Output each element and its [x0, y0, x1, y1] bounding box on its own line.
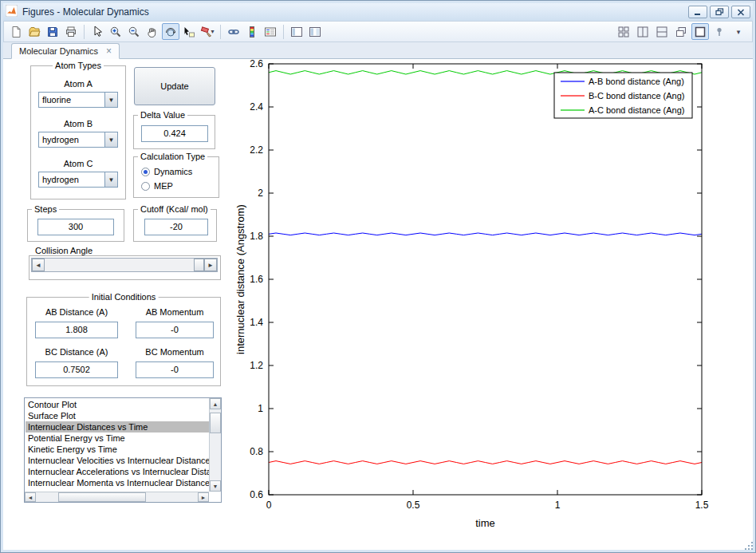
list-item[interactable]: Surface Plot [26, 410, 209, 421]
pan-hand-icon [146, 26, 159, 38]
atom-a-value: fluorine [39, 93, 104, 107]
scroll-up-icon[interactable]: ▲ [210, 398, 221, 409]
data-cursor-button[interactable] [180, 23, 198, 40]
scroll-left-icon[interactable]: ◄ [25, 492, 36, 502]
listbox-horizontal-scrollbar[interactable]: ◄ ► [25, 492, 209, 502]
x-tick-label: 0 [266, 500, 272, 511]
resize-grip-icon[interactable] [743, 540, 754, 551]
list-item[interactable]: Internuclear Momenta vs Internuclear Dis… [26, 477, 209, 488]
ab-distance-field[interactable]: 1.808 [35, 322, 118, 338]
data-cursor-icon [183, 26, 195, 38]
radio-option-mep[interactable]: MEP [141, 181, 173, 191]
scroll-down-icon[interactable]: ▼ [210, 480, 221, 492]
collision-angle-slider[interactable]: ◄ ► [31, 258, 218, 272]
chevron-down-icon[interactable]: ▼ [104, 172, 117, 187]
chevron-down-icon[interactable]: ▼ [104, 93, 117, 107]
float-icon [675, 26, 687, 38]
print-icon [65, 26, 77, 38]
pin-button[interactable] [711, 23, 728, 40]
scroll-right-icon[interactable]: ► [198, 492, 209, 502]
legend-entry-label: A-C bond distance (Ang) [589, 105, 684, 115]
bc-distance-label: BC Distance (A) [35, 347, 118, 357]
y-tick-label: 1.8 [250, 231, 263, 242]
figure-content: Atom Types Atom A fluorine ▼ Atom B hydr… [3, 59, 753, 550]
atom-b-select[interactable]: hydrogen ▼ [38, 132, 118, 148]
list-item[interactable]: Internuclear Velocities vs Internuclear … [26, 455, 209, 466]
link-plot-button[interactable] [225, 23, 242, 40]
slider-thumb[interactable] [194, 259, 204, 271]
list-item[interactable]: Internuclear Distances vs Time [26, 421, 209, 433]
legend-entry-label: B-C bond distance (Ang) [589, 91, 684, 101]
plot-canvas[interactable]: 00.511.50.60.811.21.41.61.822.22.42.6tim… [234, 59, 753, 550]
insert-legend-button[interactable] [262, 23, 279, 40]
bc-distance-field[interactable]: 0.7502 [35, 361, 118, 378]
y-tick-label: 1 [258, 403, 263, 414]
new-figure-button[interactable] [7, 23, 25, 40]
atom-a-select[interactable]: fluorine ▼ [38, 92, 118, 108]
split-left-right-button[interactable] [634, 23, 652, 40]
zoom-in-button[interactable] [107, 23, 124, 40]
slider-left-arrow-icon[interactable]: ◄ [32, 259, 45, 271]
ab-momentum-field[interactable]: -0 [136, 322, 214, 338]
rotate-3d-icon [164, 26, 177, 38]
brush-dropdown-icon[interactable]: ▾ [211, 28, 214, 35]
vscroll-thumb[interactable] [210, 413, 221, 433]
list-item[interactable]: Kinetic Energy vs Time [26, 444, 209, 455]
link-icon [227, 26, 240, 38]
save-figure-button[interactable] [44, 23, 61, 40]
brush-data-button[interactable]: ▾ [199, 23, 216, 40]
delta-value-field[interactable]: 0.424 [141, 125, 208, 142]
atom-types-group: Atom Types Atom A fluorine ▼ Atom B hydr… [30, 65, 126, 199]
new-file-icon [10, 26, 22, 38]
edit-plot-button[interactable] [89, 23, 106, 40]
y-tick-label: 0.6 [250, 489, 263, 500]
steps-field[interactable]: 300 [37, 219, 114, 235]
insert-colorbar-button[interactable] [243, 23, 261, 40]
minimize-button[interactable] [688, 6, 707, 18]
legend-icon [264, 26, 277, 38]
chevron-down-icon[interactable]: ▼ [104, 132, 117, 147]
more-options-button[interactable]: ▾ [730, 23, 747, 40]
slider-right-arrow-icon[interactable]: ► [204, 259, 217, 271]
float-window-button[interactable] [672, 23, 690, 40]
plot-type-listbox[interactable]: Contour PlotSurface PlotInternuclear Dis… [24, 397, 222, 503]
pan-button[interactable] [144, 23, 161, 40]
save-icon [46, 26, 59, 38]
bc-momentum-label: BC Momentum [136, 347, 214, 357]
maximize-icon [695, 26, 706, 38]
maximize-window-button[interactable] [691, 23, 709, 40]
radio-icon [141, 168, 150, 176]
list-item[interactable]: Contour Plot [26, 399, 209, 410]
y-tick-label: 2.2 [250, 144, 263, 156]
figure-toolbar: ▾ ▾ [3, 21, 753, 42]
rotate-3d-button[interactable] [162, 23, 179, 40]
list-item[interactable]: Potential Energy vs Time [26, 433, 209, 444]
list-item[interactable]: Internuclear Accelerations vs Internucle… [26, 466, 209, 477]
x-tick-label: 1.5 [695, 500, 709, 511]
bc-momentum-field[interactable]: -0 [136, 361, 214, 378]
y-tick-label: 1.6 [250, 274, 263, 285]
atom-c-select[interactable]: hydrogen ▼ [38, 172, 118, 188]
show-plot-tools-button[interactable] [306, 23, 324, 40]
zoom-out-button[interactable] [125, 23, 143, 40]
split-top-bottom-button[interactable] [653, 23, 671, 40]
hscroll-track[interactable] [36, 492, 198, 502]
listbox-vertical-scrollbar[interactable]: ▲ ▼ [209, 398, 221, 492]
hide-plot-tools-button[interactable] [288, 23, 305, 40]
tab-close-icon[interactable]: × [106, 46, 112, 56]
update-button[interactable]: Update [134, 67, 215, 105]
vscroll-track[interactable] [210, 409, 221, 480]
print-figure-button[interactable] [62, 23, 80, 40]
restore-button[interactable] [710, 6, 729, 18]
collision-angle-label: Collision Angle [35, 246, 93, 255]
open-file-button[interactable] [26, 23, 43, 40]
radio-option-dynamics[interactable]: Dynamics [141, 167, 192, 176]
tab-molecular-dynamics[interactable]: Molecular Dynamics × [11, 43, 120, 59]
zoom-out-icon [128, 26, 140, 38]
hscroll-thumb[interactable] [58, 492, 146, 502]
cutoff-field[interactable]: -20 [144, 219, 208, 235]
y-tick-label: 2.4 [250, 101, 263, 113]
slider-track[interactable] [45, 259, 204, 271]
close-button[interactable] [731, 6, 750, 18]
tile-windows-button[interactable] [615, 23, 632, 40]
